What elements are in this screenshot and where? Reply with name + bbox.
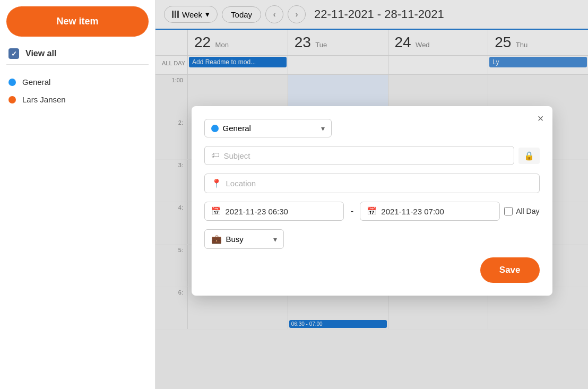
modal-datetime-row: 📅 2021-11-23 06:30 - 📅 2021-11-23 07:00 … xyxy=(204,202,540,221)
subject-input-row: 🏷 xyxy=(204,146,514,165)
sidebar-item-general[interactable]: General xyxy=(6,73,149,91)
all-day-check: All Day xyxy=(504,207,539,215)
new-item-button[interactable]: New item xyxy=(6,6,149,37)
all-day-check-label: All Day xyxy=(516,207,539,215)
end-calendar-icon: 📅 xyxy=(367,206,377,216)
location-input[interactable] xyxy=(226,179,533,188)
modal-overlay: × General ▾ 🏷 🔒 xyxy=(155,0,588,389)
lock-button[interactable]: 🔒 xyxy=(518,148,540,164)
calendar-dot xyxy=(211,125,219,132)
briefcase-icon: 💼 xyxy=(211,234,222,244)
calendar-icon: 📅 xyxy=(211,206,221,216)
end-datetime-value: 2021-11-23 07:00 xyxy=(381,207,444,216)
modal-status-row: 💼 Busy ▾ xyxy=(204,229,540,249)
main-area: Week ▾ Today ‹ › 22-11-2021 - 28-11-2021… xyxy=(155,0,588,389)
start-datetime-field[interactable]: 📅 2021-11-23 06:30 xyxy=(204,202,344,221)
status-dropdown[interactable]: 💼 Busy ▾ xyxy=(204,229,284,249)
calendar-value: General xyxy=(223,124,317,133)
general-label: General xyxy=(22,77,50,87)
view-all-checkbox[interactable] xyxy=(8,48,19,59)
lars-dot xyxy=(8,96,16,103)
datetime-separator: - xyxy=(348,206,356,217)
calendar-dropdown[interactable]: General ▾ xyxy=(204,119,332,137)
calendar-chevron-icon: ▾ xyxy=(321,124,325,133)
datetime-row: 📅 2021-11-23 06:30 - 📅 2021-11-23 07:00 … xyxy=(204,202,540,221)
modal-footer: Save xyxy=(204,257,540,283)
modal-subject-row: 🏷 🔒 xyxy=(204,146,540,165)
all-day-checkbox[interactable] xyxy=(504,207,513,215)
status-value: Busy xyxy=(226,235,269,244)
status-chevron-icon: ▾ xyxy=(273,235,277,244)
lars-label: Lars Jansen xyxy=(22,95,66,104)
sidebar-item-lars[interactable]: Lars Jansen xyxy=(6,91,149,108)
save-button[interactable]: Save xyxy=(480,257,540,283)
view-all-row[interactable]: View all xyxy=(6,43,149,65)
sidebar: New item View all General Lars Jansen xyxy=(0,0,155,389)
new-event-modal: × General ▾ 🏷 🔒 xyxy=(192,106,552,296)
subject-input[interactable] xyxy=(224,151,507,160)
location-input-row: 📍 xyxy=(204,174,540,193)
end-datetime-field[interactable]: 📅 2021-11-23 07:00 xyxy=(360,202,500,221)
modal-calendar-row: General ▾ xyxy=(204,119,540,137)
view-all-label: View all xyxy=(25,49,56,58)
location-icon: 📍 xyxy=(211,178,222,188)
modal-location-row: 📍 xyxy=(204,174,540,193)
modal-close-button[interactable]: × xyxy=(538,113,544,125)
start-datetime-value: 2021-11-23 06:30 xyxy=(226,207,288,216)
subject-icon: 🏷 xyxy=(211,151,220,160)
general-dot xyxy=(8,79,16,86)
